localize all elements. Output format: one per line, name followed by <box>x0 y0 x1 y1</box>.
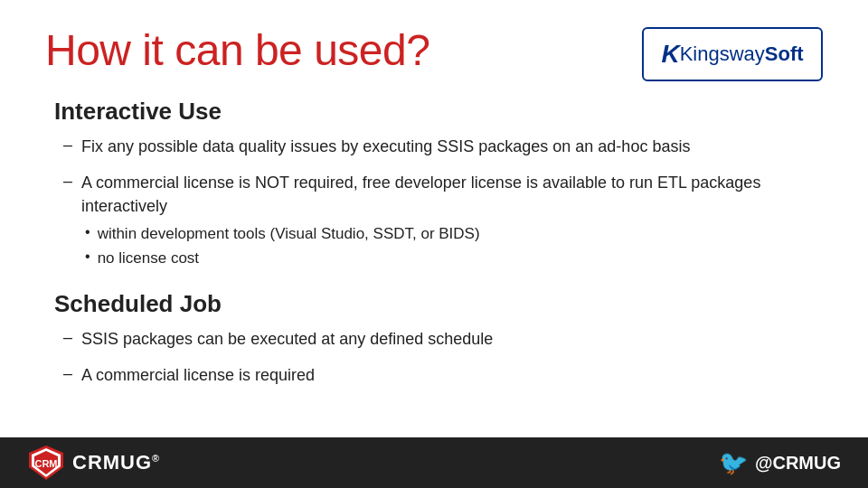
twitter-handle: 🐦 @CRMUG <box>719 449 841 477</box>
logo-k-letter: K <box>661 40 679 69</box>
sub-bullet-1-text: within development tools (Visual Studio,… <box>98 223 480 245</box>
interactive-use-title: Interactive Use <box>54 98 823 126</box>
crmug-logo: CRM CRMUG® <box>27 444 160 482</box>
bullet-schedule-text: SSIS packages can be executed at any def… <box>81 327 493 351</box>
sub-bullet-2-text: no license cost <box>98 248 199 269</box>
bullet-adhoc-text: Fix any possible data quality issues by … <box>81 135 690 158</box>
dash-icon-3: – <box>63 328 72 347</box>
sub-bullet-2: • no license cost <box>85 248 823 269</box>
twitter-handle-text: @CRMUG <box>755 453 841 474</box>
bullet-license: – A commercial license is NOT required, … <box>63 171 823 272</box>
logo-container: K Kingsway Soft <box>661 40 803 69</box>
section-scheduled-job: Scheduled Job – SSIS packages can be exe… <box>45 290 823 387</box>
sub-bullet-1: • within development tools (Visual Studi… <box>85 223 823 245</box>
crmug-shield-icon: CRM <box>27 444 65 482</box>
twitter-icon: 🐦 <box>719 449 748 477</box>
dash-icon-4: – <box>63 364 72 383</box>
kingsway-soft-logo: K Kingsway Soft <box>642 27 823 81</box>
dash-icon-2: – <box>63 172 72 191</box>
section-interactive-use: Interactive Use – Fix any possible data … <box>45 98 823 272</box>
bullet-commercial-text: A commercial license is required <box>81 363 315 387</box>
bullet-license-text: A commercial license is NOT required, fr… <box>81 174 760 215</box>
bullet-schedule: – SSIS packages can be executed at any d… <box>63 327 823 351</box>
svg-text:CRM: CRM <box>34 458 57 469</box>
sub-dot-icon-2: • <box>85 249 90 265</box>
bullet-commercial: – A commercial license is required <box>63 363 823 387</box>
crmug-text: CRMUG® <box>72 451 160 474</box>
header-area: How it can be used? K Kingsway Soft <box>45 27 823 81</box>
scheduled-job-title: Scheduled Job <box>54 290 823 318</box>
bullet-adhoc: – Fix any possible data quality issues b… <box>63 135 823 158</box>
content-area: Interactive Use – Fix any possible data … <box>45 98 823 387</box>
dash-icon-1: – <box>63 136 72 155</box>
sub-dot-icon-1: • <box>85 224 90 240</box>
logo-suffix: Soft <box>765 42 804 66</box>
registered-mark: ® <box>152 453 160 464</box>
footer: CRM CRMUG® 🐦 @CRMUG <box>0 437 868 488</box>
sub-bullets-license: • within development tools (Visual Studi… <box>85 223 823 269</box>
logo-name: Kingsway <box>680 42 765 66</box>
slide: How it can be used? K Kingsway Soft Inte… <box>0 0 868 488</box>
main-title: How it can be used? <box>45 27 429 75</box>
